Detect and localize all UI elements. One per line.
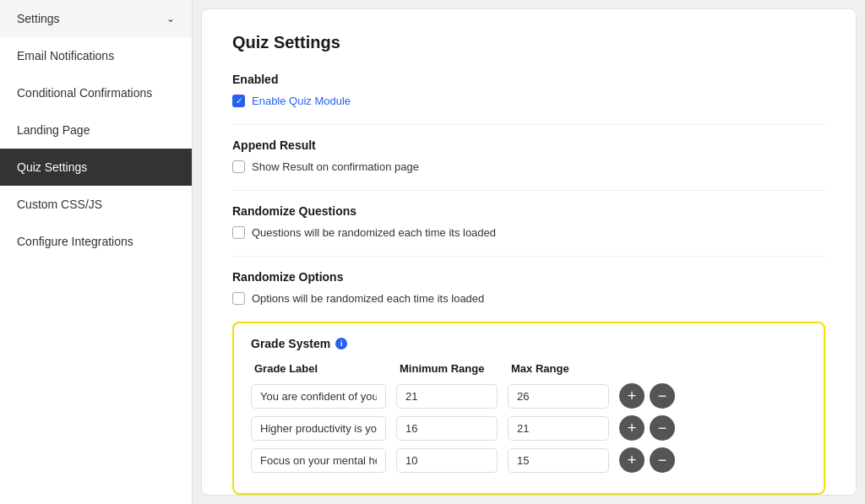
enable-quiz-checkbox[interactable]: ✓: [232, 95, 245, 107]
divider-3: [232, 256, 825, 257]
grade-row-2: + −: [251, 415, 807, 441]
randomize-questions-section: Randomize Questions Questions will be ra…: [232, 204, 825, 239]
randomize-options-text: Options will be randomized each time its…: [252, 292, 484, 305]
randomize-questions-text: Questions will be randomized each time i…: [252, 226, 496, 239]
grade-label-input-3[interactable]: [251, 448, 386, 473]
sidebar-item-label: Conditional Confirmations: [17, 86, 152, 100]
add-grade-button-3[interactable]: +: [619, 447, 645, 473]
grade-actions-3: + −: [619, 447, 675, 473]
sidebar-item-email-notifications[interactable]: Email Notifications: [0, 37, 192, 74]
add-grade-button-1[interactable]: +: [619, 383, 645, 409]
remove-grade-button-2[interactable]: −: [650, 415, 675, 441]
divider-2: [232, 190, 825, 191]
append-result-label: Append Result: [232, 138, 825, 152]
sidebar: Settings ⌄ Email Notifications Condition…: [0, 0, 193, 504]
col-max-header: Max Range: [511, 362, 612, 375]
grade-label-input-1[interactable]: [251, 384, 386, 409]
chevron-down-icon: ⌄: [166, 13, 175, 24]
show-result-row: Show Result on confirmation page: [232, 160, 825, 173]
randomize-questions-checkbox[interactable]: [232, 226, 245, 239]
grade-min-input-2[interactable]: [396, 416, 498, 441]
grade-max-input-3[interactable]: [508, 448, 609, 473]
grade-max-input-2[interactable]: [508, 416, 609, 441]
grade-system-box: Grade System i Grade Label Minimum Range…: [232, 322, 825, 495]
divider-1: [232, 124, 825, 125]
sidebar-item-settings[interactable]: Settings ⌄: [0, 0, 192, 37]
info-icon[interactable]: i: [335, 338, 347, 350]
randomize-options-checkbox[interactable]: [232, 292, 245, 305]
enable-quiz-label: Enable Quiz Module: [252, 95, 351, 107]
col-label-header: Grade Label: [254, 362, 389, 375]
grade-table: Grade Label Minimum Range Max Range + − …: [251, 362, 807, 473]
grade-label-input-2[interactable]: [251, 416, 386, 441]
sidebar-item-label: Landing Page: [17, 123, 90, 137]
grade-system-title: Grade System i: [251, 337, 807, 350]
grade-row-1: + −: [251, 383, 807, 409]
grade-min-input-1[interactable]: [396, 384, 498, 409]
sidebar-item-custom-css-js[interactable]: Custom CSS/JS: [0, 186, 192, 223]
grade-actions-2: + −: [619, 415, 675, 441]
sidebar-item-label: Email Notifications: [17, 49, 114, 62]
randomize-questions-label: Randomize Questions: [232, 204, 825, 218]
sidebar-item-landing-page[interactable]: Landing Page: [0, 111, 192, 149]
col-min-header: Minimum Range: [400, 362, 501, 375]
grade-row-3: + −: [251, 447, 807, 473]
sidebar-item-quiz-settings[interactable]: Quiz Settings: [0, 149, 192, 186]
grade-min-input-3[interactable]: [396, 448, 498, 473]
remove-grade-button-3[interactable]: −: [650, 447, 675, 473]
append-result-section: Append Result Show Result on confirmatio…: [232, 138, 825, 173]
show-result-text: Show Result on confirmation page: [252, 160, 419, 173]
sidebar-item-conditional-confirmations[interactable]: Conditional Confirmations: [0, 74, 192, 111]
sidebar-item-label: Settings: [17, 12, 60, 25]
sidebar-item-label: Custom CSS/JS: [17, 198, 102, 211]
grade-actions-1: + −: [619, 383, 675, 409]
randomize-questions-row: Questions will be randomized each time i…: [232, 226, 825, 239]
grade-table-header: Grade Label Minimum Range Max Range: [251, 362, 807, 375]
page-title: Quiz Settings: [232, 33, 825, 52]
add-grade-button-2[interactable]: +: [619, 415, 645, 441]
enable-quiz-row: ✓ Enable Quiz Module: [232, 95, 825, 107]
main-content: Quiz Settings Enabled ✓ Enable Quiz Modu…: [201, 8, 857, 496]
enabled-label: Enabled: [232, 73, 825, 86]
sidebar-item-label: Quiz Settings: [17, 160, 87, 174]
grade-system-label: Grade System: [251, 337, 330, 350]
randomize-options-section: Randomize Options Options will be random…: [232, 270, 825, 305]
randomize-options-label: Randomize Options: [232, 270, 825, 284]
sidebar-item-configure-integrations[interactable]: Configure Integrations: [0, 223, 192, 260]
remove-grade-button-1[interactable]: −: [650, 383, 675, 409]
grade-max-input-1[interactable]: [508, 384, 609, 409]
sidebar-item-label: Configure Integrations: [17, 235, 133, 248]
enabled-section: Enabled ✓ Enable Quiz Module: [232, 73, 825, 107]
randomize-options-row: Options will be randomized each time its…: [232, 292, 825, 305]
show-result-checkbox[interactable]: [232, 160, 245, 173]
